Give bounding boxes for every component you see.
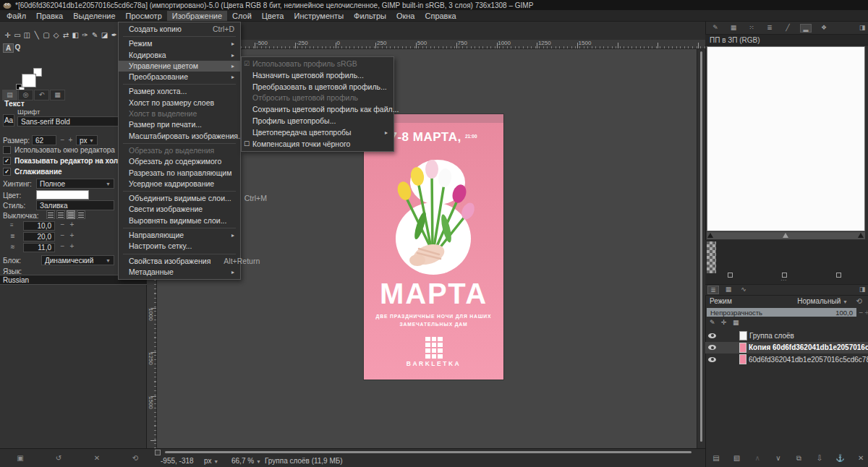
spacing-input[interactable]: 10,0	[23, 221, 55, 231]
unit-select[interactable]: px ▼	[204, 457, 218, 465]
checkbox-Сглаживание[interactable]: ✓Сглаживание	[3, 168, 62, 176]
justify-option-icon[interactable]	[67, 210, 75, 219]
menu-item-Свойства-изображения[interactable]: Свойства изображенияAlt+Return	[119, 256, 240, 267]
submenu-item-Назначить-цветовой-профиль-[interactable]: Назначить цветовой профиль...	[242, 70, 393, 82]
foreground-color-swatch[interactable]	[22, 74, 36, 87]
size-increment-button[interactable]: +	[67, 136, 74, 144]
histogram-tab-icon[interactable]: ▂	[800, 24, 812, 33]
menu-item-Обрезать-до-содержимого[interactable]: Обрезать до содержимого	[119, 156, 240, 167]
pointer-dialog-header[interactable]: ПП в ЗП (RGB)	[705, 34, 868, 46]
spacing-decrement-button[interactable]: −	[59, 220, 66, 228]
images-tab[interactable]: ▦	[50, 90, 65, 100]
opacity-slider[interactable]: Непрозрачность 100,0	[707, 308, 856, 317]
lower-layer-button[interactable]: ∨	[772, 454, 785, 462]
menu-item-Холст-по-размеру-слоев[interactable]: Холст по размеру слоев	[119, 98, 240, 108]
zoom-select[interactable]: 66,7 % ▼	[231, 457, 261, 465]
gradient-stop-handle[interactable]	[728, 273, 733, 278]
new-group-button[interactable]: ▧	[731, 454, 744, 462]
spacing-increment-button[interactable]: +	[69, 242, 75, 250]
menu-item-Усердное-кадрирование[interactable]: Усердное кадрирование	[119, 179, 240, 189]
spacing-decrement-button[interactable]: −	[59, 231, 66, 239]
move-tool[interactable]: ✛	[3, 31, 12, 39]
menu-item-Направляющие[interactable]: Направляющие▸	[119, 230, 240, 241]
layers-tab-icon[interactable]: ≣	[764, 24, 775, 31]
submenu-item-Цветопередача-цветопробы[interactable]: Цветопередача цветопробы▸	[242, 127, 393, 139]
undo-history-tab[interactable]: ↶	[34, 90, 49, 100]
checkbox-Показывать-редактор-на-холсте[interactable]: ✓Показывать редактор на холсте	[3, 157, 129, 165]
spacing-increment-button[interactable]: +	[69, 231, 75, 239]
mode-reset-icon[interactable]: ⟲	[856, 297, 862, 305]
dots-tab-icon[interactable]: ⁙	[746, 24, 757, 31]
vertical-scrollbar[interactable]	[697, 49, 705, 448]
size-decrement-button[interactable]: −	[59, 136, 66, 144]
text-color-swatch[interactable]	[36, 190, 89, 200]
menubar-item-Файл[interactable]: Файл	[1, 11, 31, 21]
pencil-tab-icon[interactable]: ✎	[710, 24, 721, 31]
menu-item-Управление-цветом[interactable]: Управление цветом▸	[119, 61, 240, 72]
layer-row[interactable]: Копия 60d6fd362041db1e2057016c5cd6	[705, 342, 868, 354]
lock-pixels-icon[interactable]: ✎	[710, 319, 715, 326]
spacing-input[interactable]: 11,0	[23, 243, 55, 252]
vertical-scrollbar-thumb[interactable]	[700, 51, 702, 442]
channels-panel-tab[interactable]: ▦	[723, 286, 734, 293]
spacing-decrement-button[interactable]: −	[59, 242, 66, 250]
transform-tool[interactable]: ◇	[51, 31, 61, 39]
menu-item-Масштабировать-изображения-[interactable]: Масштабировать изображения...	[119, 131, 240, 142]
size-unit-select[interactable]: px▼	[76, 135, 98, 145]
reset-tool-options-button[interactable]: ⟲	[129, 454, 141, 462]
clone-tool[interactable]: ◫	[22, 31, 32, 39]
menubar-item-Правка[interactable]: Правка	[31, 11, 68, 21]
font-picker-button[interactable]: Aa	[3, 114, 14, 127]
lock-position-icon[interactable]: ✛	[721, 319, 727, 326]
paintbrush-tool[interactable]: ✑	[80, 31, 90, 39]
menubar-item-Выделение[interactable]: Выделение	[68, 11, 120, 21]
menubar-item-Фильтры[interactable]: Фильтры	[349, 11, 391, 21]
layers-panel-tab[interactable]: ≣	[707, 286, 719, 294]
visibility-eye-icon[interactable]	[708, 333, 716, 338]
eraser-tool[interactable]: ◪	[100, 31, 109, 39]
menubar-item-Инструменты[interactable]: Инструменты	[289, 11, 349, 21]
submenu-item-Преобразовать-в-цветовой-профиль-[interactable]: Преобразовать в цветовой профиль...	[242, 82, 393, 93]
menubar-item-Слой[interactable]: Слой	[227, 11, 257, 21]
gradient-tool[interactable]: ◧	[71, 31, 80, 39]
delete-layer-button[interactable]: ✕	[854, 454, 867, 462]
text-tool[interactable]: A	[3, 43, 14, 53]
mode-select[interactable]: Нормальный ▼	[797, 297, 848, 305]
justify-option-icon[interactable]	[46, 210, 55, 219]
layer-row[interactable]: 60d6fd362041db1e2057016c5cd6c78a.jp	[705, 354, 868, 366]
lock-alpha-icon[interactable]: ▦	[733, 319, 739, 326]
shapes-tab-icon[interactable]: ❖	[818, 24, 830, 31]
quick-mask-toggle[interactable]	[155, 450, 161, 455]
menubar-item-Справка[interactable]: Справка	[420, 11, 461, 21]
submenu-item-Сохранить-цветовой-профиль-как-файл-[interactable]: Сохранить цветовой профиль как файл...	[242, 104, 393, 116]
rect-select-tool[interactable]: ▭	[12, 31, 22, 39]
menubar-item-Цвета[interactable]: Цвета	[257, 11, 289, 21]
gradient-stop-handle[interactable]	[836, 273, 841, 278]
justify-option-icon[interactable]	[77, 210, 85, 219]
new-layer-button[interactable]: ▤	[710, 454, 723, 462]
menu-item-Метаданные[interactable]: Метаданные▸	[119, 267, 240, 278]
opacity-increment-button[interactable]: +	[864, 309, 868, 317]
delete-tool-preset-button[interactable]: ✕	[91, 454, 103, 462]
restore-tool-preset-button[interactable]: ↺	[53, 454, 64, 462]
flip-tool[interactable]: ⇄	[61, 31, 70, 39]
menubar-item-Просмотр[interactable]: Просмотр	[121, 11, 167, 21]
horizontal-scrollbar-thumb[interactable]	[165, 451, 692, 453]
pencil-tool[interactable]: ✎	[90, 31, 100, 39]
visibility-eye-icon[interactable]	[708, 357, 716, 362]
save-tool-preset-button[interactable]: ▣	[14, 454, 26, 462]
menu-item-Режим[interactable]: Режим▸	[119, 38, 240, 49]
spacing-input[interactable]: 20,0	[23, 232, 55, 241]
menu-item-Кодировка[interactable]: Кодировка▸	[119, 50, 240, 61]
submenu-item-Профиль-цветопробы-[interactable]: Профиль цветопробы...	[242, 116, 393, 127]
slider-high-handle[interactable]	[858, 233, 864, 238]
poster-image[interactable]: 7-8 МАРТА, 21:00	[364, 114, 503, 380]
box-mode-select[interactable]: Динамический▼	[41, 255, 114, 265]
submenu-item-Компенсация-точки-чёрного[interactable]: ☐Компенсация точки чёрного	[242, 139, 393, 150]
crop-tool[interactable]: ▢	[42, 31, 51, 39]
histogram-range-slider[interactable]	[707, 232, 865, 239]
hinting-select[interactable]: Полное▼	[36, 179, 114, 189]
style-select[interactable]: Заливка	[36, 200, 114, 210]
layer-row[interactable]: Группа слоёв	[705, 330, 868, 342]
checkbox-Использовать-окно-редактора[interactable]: Использовать окно редактора	[3, 146, 115, 154]
